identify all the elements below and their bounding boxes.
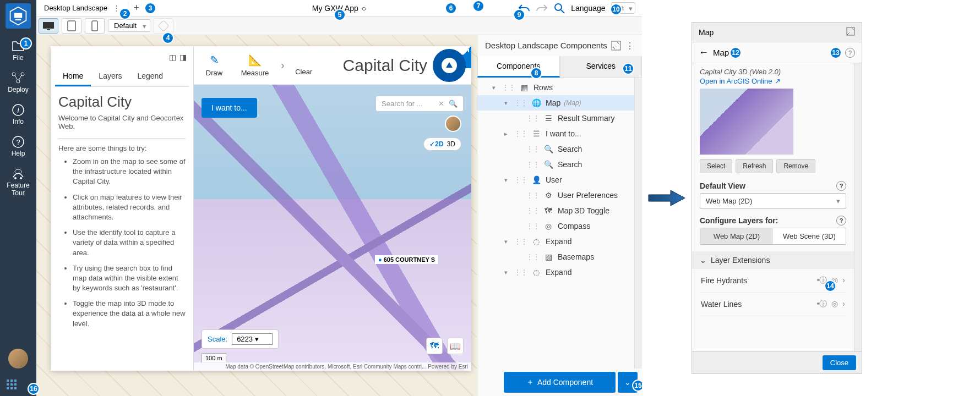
tree-arrow-icon[interactable]: ▾ — [489, 84, 498, 91]
drag-handle-icon[interactable]: ⋮⋮ — [526, 160, 539, 169]
drag-handle-icon[interactable]: ⋮⋮ — [526, 191, 539, 200]
chevron-right-icon[interactable]: › — [281, 59, 285, 72]
tab-home[interactable]: Home — [55, 67, 91, 86]
tree-row[interactable]: ▾⋮⋮◌Expand — [477, 265, 634, 280]
scrollbar[interactable] — [634, 78, 642, 369]
rail-label: Info — [13, 118, 24, 125]
drag-handle-icon[interactable]: ⋮⋮ — [514, 237, 527, 246]
layer-extensions-section[interactable]: ⌄ Layer Extensions — [692, 251, 854, 269]
open-in-arcgis-link[interactable]: Open in ArcGIS Online↗ — [700, 77, 846, 85]
drag-handle-icon[interactable]: ⋮⋮ — [526, 222, 539, 230]
layer-config-icon[interactable]: ◎ — [831, 299, 838, 309]
segment-2d[interactable]: Web Map (2D) — [700, 228, 773, 244]
tab-components[interactable]: Components — [477, 56, 560, 78]
tree-row[interactable]: ▾⋮⋮◌Expand — [477, 234, 634, 249]
drag-handle-icon[interactable]: ⋮⋮ — [502, 83, 515, 92]
tree-arrow-icon[interactable]: ▸ — [502, 130, 510, 138]
panel-action-icon[interactable] — [611, 41, 621, 53]
tree-node-icon: ☰ — [530, 129, 542, 138]
tree-arrow-icon[interactable]: ▾ — [502, 269, 510, 276]
rail-help[interactable]: ? Help — [10, 134, 26, 157]
tree-arrow-icon[interactable]: ▾ — [502, 177, 510, 184]
tree-row[interactable]: ⋮⋮☰Result Summary — [477, 111, 634, 126]
tree-row[interactable]: ⋮⋮🗺Map 3D Toggle — [477, 203, 634, 218]
tree-arrow-icon[interactable]: ▾ — [502, 238, 510, 245]
refresh-button[interactable]: Refresh — [736, 159, 773, 173]
rail-deploy[interactable]: Deploy — [8, 70, 28, 94]
rail-feature-tour[interactable]: Feature Tour — [0, 166, 36, 197]
list-item: Click on map features to view their attr… — [73, 193, 186, 223]
chevron-right-icon[interactable]: › — [842, 299, 845, 309]
tab-menu-icon[interactable]: ⋮ — [113, 4, 120, 12]
panel-collapse-icon[interactable]: ◫ — [169, 53, 176, 62]
tree-arrow-icon[interactable]: ▾ — [502, 100, 510, 107]
device-phone-button[interactable] — [85, 18, 105, 34]
rotate-button[interactable] — [154, 18, 173, 34]
chevron-right-icon[interactable]: › — [842, 276, 845, 285]
draw-tool[interactable]: ✎Draw — [199, 53, 229, 77]
scrollbar[interactable] — [854, 63, 862, 351]
default-view-select[interactable]: Web Map (2D) ▾ — [700, 193, 846, 209]
configure-layers-segment[interactable]: Web Map (2D) Web Scene (3D) — [700, 228, 846, 245]
tree-row[interactable]: ▸⋮⋮☰I want to... — [477, 126, 634, 141]
basemap-icon[interactable]: 🗺 — [426, 338, 443, 354]
tree-row[interactable]: ⋮⋮🔍Search — [477, 141, 634, 157]
tab-legend[interactable]: Legend — [129, 67, 171, 86]
detail-help-icon[interactable]: ? — [845, 48, 855, 58]
help-icon[interactable]: ? — [836, 181, 846, 191]
map-user-avatar[interactable] — [445, 116, 461, 132]
tree-row[interactable]: ⋮⋮◎Compass — [477, 218, 634, 234]
close-button[interactable]: Close — [823, 355, 856, 370]
layout-variant-select[interactable]: Default ▾ — [108, 19, 150, 32]
redo-button[interactable] — [536, 2, 548, 14]
i-want-to-button[interactable]: I want to... — [202, 98, 257, 118]
search-icon[interactable]: 🔍 — [449, 100, 458, 108]
drag-handle-icon[interactable]: ⋮⋮ — [526, 114, 539, 123]
toggle-2d[interactable]: ✓2D — [429, 140, 443, 148]
maximize-icon[interactable] — [846, 27, 855, 37]
tree-row[interactable]: ⋮⋮⚙User Preferences — [477, 188, 634, 203]
drag-handle-icon[interactable]: ⋮⋮ — [526, 206, 539, 215]
layer-row[interactable]: Fire Hydrants •ⓘ ◎ 14 › — [700, 269, 846, 293]
toggle-3d[interactable]: 3D — [447, 140, 455, 148]
apps-grid-icon[interactable] — [3, 376, 20, 393]
bookmark-icon[interactable]: 📖 — [447, 338, 464, 354]
drag-handle-icon[interactable]: ⋮⋮ — [514, 129, 527, 138]
remove-button[interactable]: Remove — [776, 159, 815, 173]
tab-layers[interactable]: Layers — [91, 67, 129, 86]
tree-row[interactable]: ▾⋮⋮▦Rows — [477, 80, 634, 95]
device-desktop-button[interactable] — [39, 18, 58, 34]
scale-selector[interactable]: Scale: 6223 ▾ — [202, 329, 279, 349]
tree-row[interactable]: ▾⋮⋮🌐Map (Map) — [477, 95, 634, 111]
tree-row[interactable]: ⋮⋮▨Basemaps — [477, 249, 634, 265]
panel-menu-icon[interactable]: ⋮ — [625, 41, 634, 53]
panel-expand-icon[interactable]: ◨ — [179, 53, 187, 62]
map-viewport[interactable]: I want to... Search for ... ✕ 🔍 ✓2D 3D ●… — [194, 85, 471, 371]
user-avatar[interactable] — [8, 349, 28, 369]
add-component-button[interactable]: ＋Add Component ⌄ — [504, 372, 616, 393]
back-button[interactable]: ← — [699, 47, 709, 58]
drag-handle-icon[interactable]: ⋮⋮ — [514, 268, 527, 277]
rail-info[interactable]: i Info — [10, 102, 26, 125]
drag-handle-icon[interactable]: ⋮⋮ — [526, 145, 539, 153]
tree-row[interactable]: ▾⋮⋮👤User — [477, 172, 634, 188]
scale-value[interactable]: 6223 ▾ — [232, 333, 273, 345]
clear-icon[interactable]: ✕ — [438, 100, 444, 108]
2d-3d-toggle[interactable]: ✓2D 3D — [423, 138, 461, 151]
layer-row[interactable]: Water Lines •ⓘ ◎ › — [700, 293, 846, 316]
layer-indicator-icon[interactable]: •ⓘ — [816, 299, 827, 309]
help-icon[interactable]: ? — [836, 216, 846, 226]
tree-row[interactable]: ⋮⋮🔍Search — [477, 157, 634, 172]
segment-3d[interactable]: Web Scene (3D) — [773, 228, 846, 244]
drag-handle-icon[interactable]: ⋮⋮ — [514, 175, 527, 184]
layout-tab[interactable]: Desktop Landscape ⋮ — [36, 1, 128, 15]
select-button[interactable]: Select — [700, 159, 732, 173]
device-tablet-button[interactable] — [62, 18, 81, 34]
measure-tool[interactable]: 📐Measure — [240, 53, 270, 77]
clear-tool[interactable]: Clear — [296, 54, 312, 76]
search-button[interactable] — [553, 2, 565, 14]
drag-handle-icon[interactable]: ⋮⋮ — [514, 98, 527, 107]
drag-handle-icon[interactable]: ⋮⋮ — [526, 252, 539, 261]
app-logo[interactable] — [6, 3, 31, 29]
map-search-input[interactable]: Search for ... ✕ 🔍 — [375, 96, 464, 112]
